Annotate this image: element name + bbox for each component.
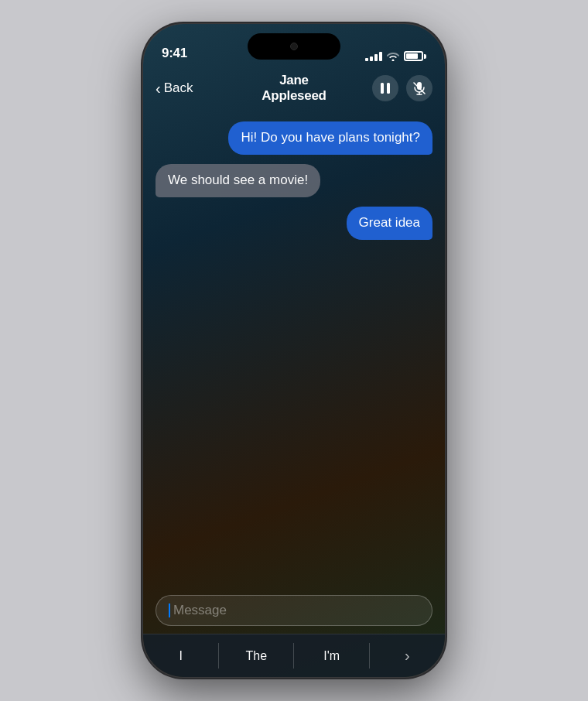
microphone-mute-icon [413, 81, 426, 95]
suggestion-item-chevron[interactable]: › [370, 634, 446, 677]
contact-name: Jane Appleseed [248, 73, 340, 104]
chevron-right-icon: › [405, 647, 410, 665]
keyboard-suggestions: I The I'm › [143, 634, 445, 677]
suggestion-text: I [179, 649, 183, 663]
message-row: We should see a movie! [156, 164, 432, 197]
message-text: Great idea [359, 215, 420, 230]
svg-rect-0 [381, 83, 384, 94]
back-label: Back [164, 80, 193, 96]
suggestion-item-the[interactable]: The [219, 634, 295, 677]
message-row: Hi! Do you have plans tonight? [156, 121, 432, 155]
status-icons [365, 51, 426, 61]
message-text: We should see a movie! [168, 173, 308, 187]
message-input[interactable]: Message [156, 595, 432, 626]
messages-area: Hi! Do you have plans tonight? We should… [143, 109, 445, 569]
suggestion-text: The [245, 649, 267, 663]
suggestion-item-i[interactable]: I [143, 634, 219, 677]
signal-bars-icon [365, 52, 382, 61]
mute-button[interactable] [406, 75, 432, 101]
battery-icon [404, 51, 426, 61]
svg-rect-1 [387, 83, 390, 94]
suggestion-item-im[interactable]: I'm [294, 634, 370, 677]
input-area: Message [143, 587, 445, 634]
message-bubble-outgoing: Great idea [347, 207, 432, 240]
dynamic-island [248, 33, 340, 60]
back-chevron-icon: ‹ [156, 80, 161, 97]
phone-screen: 9:41 [143, 24, 445, 677]
camera-dot [290, 43, 298, 50]
message-placeholder: Message [173, 603, 227, 618]
message-bubble-incoming: We should see a movie! [156, 164, 320, 197]
message-bubble-outgoing: Hi! Do you have plans tonight? [228, 121, 432, 155]
suggestion-text: I'm [323, 649, 340, 663]
nav-actions [340, 75, 432, 101]
status-time: 9:41 [162, 46, 187, 61]
back-button[interactable]: ‹ Back [156, 80, 248, 97]
text-cursor [169, 604, 170, 617]
pause-icon [380, 82, 391, 94]
nav-bar: ‹ Back Jane Appleseed [143, 67, 445, 109]
message-text: Hi! Do you have plans tonight? [241, 130, 420, 145]
pause-button[interactable] [372, 75, 398, 101]
phone-device: 9:41 [143, 24, 445, 677]
wifi-icon [387, 52, 399, 61]
message-row: Great idea [156, 207, 432, 240]
